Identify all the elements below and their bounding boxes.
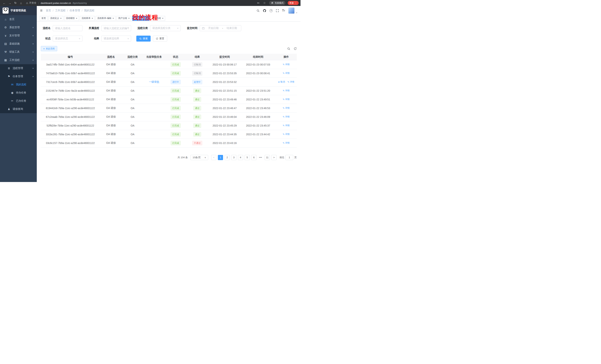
refresh-icon[interactable] bbox=[294, 47, 297, 50]
pager-page-1[interactable]: 1 bbox=[218, 155, 223, 160]
detail-link[interactable]: ✎详情 bbox=[283, 72, 290, 75]
sidebar-item-payment[interactable]: ¥支付管理∨ bbox=[0, 31, 37, 40]
key-icon[interactable] bbox=[257, 1, 260, 4]
close-icon[interactable]: × bbox=[76, 17, 78, 19]
pager-page-6[interactable]: 6 bbox=[251, 155, 257, 160]
detail-icon: ✎ bbox=[283, 89, 285, 92]
cell-result: 已取消 bbox=[186, 60, 209, 69]
detail-link[interactable]: ✎详情 bbox=[283, 98, 290, 101]
close-icon[interactable]: × bbox=[91, 17, 93, 19]
pager-page-3[interactable]: 3 bbox=[231, 155, 236, 160]
search-button[interactable]: 搜索 bbox=[136, 36, 151, 42]
address-bar[interactable]: ⚠ 不安全 | dashboard.yudao.iocoder.cn/bpm/t… bbox=[26, 1, 256, 5]
close-icon[interactable]: × bbox=[128, 17, 130, 19]
result-select[interactable]: 请选择流结果 ∨ bbox=[101, 36, 131, 42]
detail-link[interactable]: ✎详情 bbox=[283, 133, 290, 136]
detail-link[interactable]: ✎详情 bbox=[283, 63, 290, 66]
tab-user-group[interactable]: 用户分组× bbox=[116, 16, 131, 21]
detail-link[interactable]: ✎详情 bbox=[283, 106, 290, 110]
pager-page-4[interactable]: 4 bbox=[238, 155, 243, 160]
back-button[interactable]: ← bbox=[2, 1, 7, 5]
toggle-search-icon[interactable] bbox=[287, 47, 290, 50]
cell-end-time: 2022-01-22 23:44:42 bbox=[241, 130, 276, 139]
cell-status: 进行中 bbox=[165, 77, 186, 86]
cell-submit-time: 2022-01-22 23:44:35 bbox=[209, 130, 240, 139]
security-status[interactable]: ⚠ 不安全 bbox=[26, 1, 36, 5]
submit-time-range-picker[interactable]: 开始日期 - 结束日期 bbox=[200, 25, 241, 31]
breadcrumb-item[interactable]: 任务管理 bbox=[70, 9, 80, 12]
action-label: 详情 bbox=[285, 98, 290, 101]
action-label: 详情 bbox=[285, 63, 290, 66]
parent-process-input[interactable] bbox=[104, 27, 129, 30]
cell-end-time: 2022-01-23 00:07:03 bbox=[241, 60, 276, 69]
breadcrumb-item[interactable]: 首页 bbox=[46, 9, 51, 12]
prev-page-button[interactable]: < bbox=[211, 155, 216, 160]
cell-process-name: OA 请假 bbox=[100, 77, 122, 86]
page-size-select[interactable]: 10条/页 ∨ bbox=[190, 155, 208, 160]
font-size-icon[interactable]: TT bbox=[282, 9, 285, 12]
sidebar-item-system[interactable]: ⚙系统管理∨ bbox=[0, 23, 37, 31]
breadcrumb-item[interactable]: 工作流程 bbox=[55, 9, 66, 12]
forward-button[interactable]: → bbox=[7, 1, 12, 5]
github-icon[interactable] bbox=[263, 9, 266, 12]
pager-ellipsis[interactable]: ••• bbox=[258, 155, 263, 160]
hamburger-icon[interactable]: ≡ bbox=[40, 9, 42, 13]
detail-link[interactable]: ✎详情 bbox=[283, 141, 290, 144]
sidebar-item-done-tasks[interactable]: ✂已办任务 bbox=[0, 97, 37, 105]
tab-process-definition[interactable]: 流程定义× bbox=[49, 16, 63, 21]
cell-end-time bbox=[241, 77, 276, 86]
cancel-link[interactable]: ⊘取消 bbox=[278, 80, 285, 84]
sidebar-item-label: 研发工具 bbox=[9, 50, 32, 54]
home-button[interactable]: ⌂ bbox=[19, 1, 23, 5]
next-page-button[interactable]: > bbox=[271, 155, 277, 160]
chevron-down-icon: ∨ bbox=[32, 51, 34, 53]
detail-link[interactable]: ✎详情 bbox=[283, 124, 290, 127]
pager-page-11[interactable]: 11 bbox=[265, 155, 270, 160]
detail-link[interactable]: ✎详情 bbox=[283, 115, 290, 118]
reset-button[interactable]: 重置 bbox=[153, 36, 167, 42]
sidebar-item-workflow[interactable]: ▦工作流程∧ bbox=[0, 56, 37, 64]
calendar-icon bbox=[202, 27, 205, 30]
tab-process-form[interactable]: 流程表单× bbox=[80, 16, 95, 21]
detail-link[interactable]: ✎详情 bbox=[288, 80, 294, 84]
sidebar-item-infrastructure[interactable]: ▤基础设施∨ bbox=[0, 40, 37, 48]
close-icon[interactable]: × bbox=[162, 17, 164, 19]
bookmark-star-icon[interactable]: ☆ bbox=[262, 1, 267, 5]
pager-page-5[interactable]: 5 bbox=[245, 155, 250, 160]
close-icon[interactable]: × bbox=[112, 17, 114, 19]
create-process-button[interactable]: + 发起流程 bbox=[41, 46, 57, 51]
sidebar-logo[interactable]: 芋道管理系统 bbox=[0, 6, 37, 15]
status-select[interactable]: 请选择状态 ∨ bbox=[53, 36, 82, 42]
tab-label: 流程模型 bbox=[66, 17, 75, 20]
sidebar-item-my-process[interactable]: ✉我的流程 bbox=[0, 80, 37, 89]
user-avatar[interactable] bbox=[288, 7, 295, 14]
category-select[interactable]: 请选择流程分类 ∨ bbox=[150, 25, 181, 31]
goto-label: 前往 bbox=[280, 156, 284, 159]
tab-process-model[interactable]: 流程模型× bbox=[64, 16, 79, 21]
sidebar-item-leave-query[interactable]: ♟请假查询 bbox=[0, 105, 37, 113]
update-button[interactable]: 更新 ⋮ bbox=[288, 1, 299, 5]
help-icon[interactable]: ? bbox=[270, 9, 273, 12]
task-management-icon: ⚑ bbox=[7, 75, 11, 78]
process-name-input[interactable] bbox=[55, 27, 80, 30]
chevron-down-icon[interactable]: ▾ bbox=[296, 12, 297, 14]
sidebar-item-devtools[interactable]: ⚒研发工具∨ bbox=[0, 48, 37, 56]
sidebar-item-task-management[interactable]: ⚑任务管理∧ bbox=[0, 72, 37, 80]
pager-page-2[interactable]: 2 bbox=[225, 155, 230, 160]
cell-submit-time: 2022-01-22 23:53:35 bbox=[209, 69, 240, 77]
cell-submit-time: 2022-01-22 23:43:16 bbox=[209, 139, 240, 147]
sidebar-item-home[interactable]: ⌂首页 bbox=[0, 15, 37, 23]
close-icon[interactable]: × bbox=[60, 17, 62, 19]
fullscreen-icon[interactable] bbox=[276, 9, 279, 12]
sidebar-item-todo-tasks[interactable]: ◉待办任务 bbox=[0, 89, 37, 97]
detail-icon: ✎ bbox=[283, 107, 285, 109]
search-icon[interactable] bbox=[257, 9, 260, 12]
tab-home[interactable]: 首页 bbox=[40, 16, 48, 21]
tab-process-form-edit[interactable]: 流程表单-编辑× bbox=[96, 16, 116, 21]
current-task-link[interactable]: 一级审批 bbox=[149, 80, 159, 83]
goto-page-input[interactable] bbox=[285, 155, 293, 160]
detail-link[interactable]: ✎详情 bbox=[283, 89, 290, 92]
status-tag: 已完成 bbox=[171, 106, 181, 110]
reload-button[interactable]: ↻ bbox=[13, 1, 18, 5]
sidebar-item-process-management[interactable]: ≣流程管理∨ bbox=[0, 64, 37, 72]
